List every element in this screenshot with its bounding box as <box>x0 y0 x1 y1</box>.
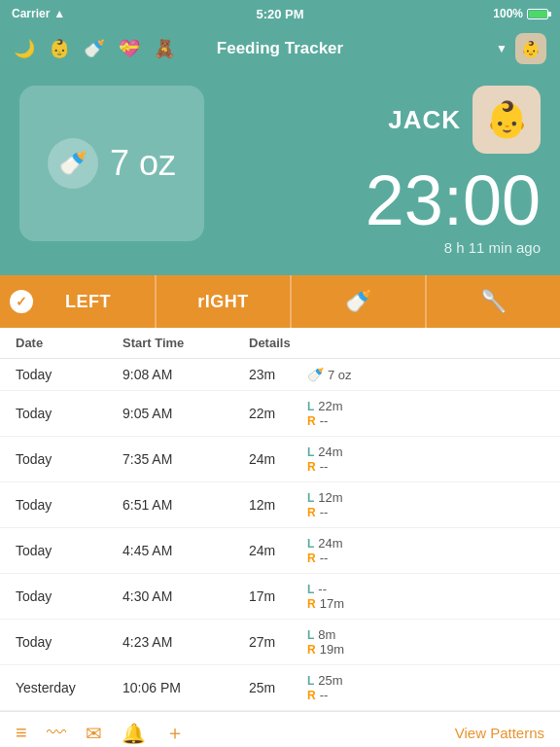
table-row[interactable]: Today 7:35 AM 24m L 24m R -- <box>0 437 560 482</box>
nav-bar: 🌙 👶 🍼 💝 🧸 Feeding Tracker ▼ 👶 <box>0 27 560 70</box>
row-R-value: -- <box>320 459 329 474</box>
row-L-value: 24m <box>318 536 342 551</box>
time-ago: 8 h 11 min ago <box>444 239 541 256</box>
baby-icon[interactable]: 👶 <box>49 38 70 59</box>
row-R-value: 19m <box>320 642 344 657</box>
avatar[interactable]: 👶 <box>515 33 546 64</box>
row-details: L -- R 17m <box>307 582 544 611</box>
baby-photo: 👶 <box>472 86 541 154</box>
table-row[interactable]: Today 4:30 AM 17m L -- R 17m <box>0 574 560 620</box>
feeding-card: 🍼 7 oz <box>19 86 204 241</box>
row-details: 🍼 7 oz <box>307 367 544 382</box>
left-label: L <box>307 628 314 642</box>
dropdown-arrow-icon[interactable]: ▼ <box>496 42 508 55</box>
row-R-value: -- <box>320 551 329 565</box>
row-details: L 24m R -- <box>307 445 544 474</box>
row-duration: 24m <box>249 543 307 558</box>
row-start-time: 4:30 AM <box>122 588 249 604</box>
left-label: L <box>307 445 314 459</box>
nav-icons: 🌙 👶 🍼 💝 🧸 <box>14 38 175 59</box>
timer-display: 23:00 <box>366 165 541 235</box>
row-L-value: 12m <box>318 490 342 505</box>
moon-icon[interactable]: 🌙 <box>14 38 35 59</box>
row-L-value: -- <box>318 582 327 596</box>
battery-icon <box>527 9 548 19</box>
bottle-icon: 🍼 <box>58 150 88 177</box>
right-label: R <box>307 689 316 702</box>
status-bar: Carrier ▲ 5:20 PM 100% <box>0 0 560 27</box>
left-label: L <box>307 674 314 688</box>
right-label: R <box>307 551 316 565</box>
list-icon[interactable]: ≡ <box>16 722 27 744</box>
table-body: Today 9:08 AM 23m 🍼 7 oz Today 9:05 AM 2… <box>0 359 560 711</box>
row-duration: 25m <box>249 680 307 695</box>
status-time: 5:20 PM <box>256 7 303 21</box>
table-row[interactable]: Today 4:23 AM 27m L 8m R 19m <box>0 620 560 665</box>
col-date: Date <box>16 336 122 350</box>
row-L-value: 25m <box>318 673 342 688</box>
bottle-button[interactable]: 🍼 <box>292 275 427 328</box>
add-icon[interactable]: ＋ <box>165 720 185 746</box>
table-row[interactable]: Today 6:51 AM 12m L 12m R -- <box>0 482 560 528</box>
row-date: Today <box>16 634 122 650</box>
hero-section: 🍼 7 oz JACK 👶 23:00 8 h 11 min ago <box>0 70 560 275</box>
feeding-amount: 7 oz <box>110 143 176 184</box>
row-duration: 12m <box>249 497 307 513</box>
row-details: L 25m R -- <box>307 673 544 702</box>
right-label: R <box>307 460 316 474</box>
row-start-time: 7:35 AM <box>122 451 249 467</box>
trend-icon[interactable]: 〰 <box>47 722 66 744</box>
row-date: Today <box>16 451 122 467</box>
hero-right: JACK 👶 23:00 8 h 11 min ago <box>204 86 541 256</box>
action-row: ✓ LEFT rIGHT 🍼 🥄 <box>0 275 560 328</box>
battery-label: 100% <box>493 7 523 20</box>
table-row[interactable]: Today 9:05 AM 22m L 22m R -- <box>0 391 560 437</box>
row-start-time: 4:23 AM <box>122 634 249 650</box>
heart-icon[interactable]: 💝 <box>119 38 140 59</box>
view-patterns-button[interactable]: View Patterns <box>455 725 544 741</box>
right-label: R <box>307 414 316 428</box>
left-label: L <box>307 583 314 596</box>
col-details: Details <box>249 336 544 350</box>
row-duration: 22m <box>249 406 307 421</box>
table-row[interactable]: Yesterday 10:06 PM 25m L 25m R -- <box>0 665 560 711</box>
nav-title: Feeding Tracker <box>217 39 343 58</box>
left-label: L <box>307 400 314 413</box>
row-L-value: 8m <box>318 627 335 642</box>
row-date: Today <box>16 367 122 382</box>
row-start-time: 4:45 AM <box>122 543 249 558</box>
row-duration: 23m <box>249 367 307 382</box>
bell-icon[interactable]: 🔔 <box>122 722 146 745</box>
right-label: R <box>307 643 316 657</box>
toolbar-icons: ≡ 〰 ✉ 🔔 ＋ <box>16 720 185 746</box>
right-label: R <box>307 597 316 611</box>
row-start-time: 6:51 AM <box>122 497 249 513</box>
spoon-button[interactable]: 🥄 <box>427 275 560 328</box>
row-date: Today <box>16 588 122 604</box>
row-start-time: 10:06 PM <box>122 680 249 695</box>
stroller-icon[interactable]: 🧸 <box>154 38 175 59</box>
left-label: L <box>307 491 314 505</box>
row-R-value: 17m <box>320 596 344 611</box>
row-L-value: 22m <box>318 399 342 413</box>
row-date: Today <box>16 543 122 558</box>
row-details: L 8m R 19m <box>307 627 544 657</box>
row-date: Today <box>16 497 122 513</box>
email-icon[interactable]: ✉ <box>86 722 102 745</box>
row-start-time: 9:05 AM <box>122 406 249 421</box>
row-date: Yesterday <box>16 680 122 695</box>
row-duration: 24m <box>249 451 307 467</box>
table-row[interactable]: Today 9:08 AM 23m 🍼 7 oz <box>0 359 560 391</box>
wifi-icon: ▲ <box>53 7 65 20</box>
table-row[interactable]: Today 4:45 AM 24m L 24m R -- <box>0 528 560 574</box>
row-R-value: -- <box>320 413 329 428</box>
feeding-icon[interactable]: 🍼 <box>84 38 105 59</box>
bottom-toolbar: ≡ 〰 ✉ 🔔 ＋ View Patterns <box>0 711 560 747</box>
right-button[interactable]: rIGHT <box>157 275 292 328</box>
row-duration: 17m <box>249 588 307 604</box>
bottle-detail-icon: 🍼 <box>307 367 324 382</box>
row-date: Today <box>16 406 122 421</box>
baby-header: JACK 👶 <box>388 86 541 154</box>
right-label: R <box>307 506 316 519</box>
left-label: L <box>307 537 314 551</box>
